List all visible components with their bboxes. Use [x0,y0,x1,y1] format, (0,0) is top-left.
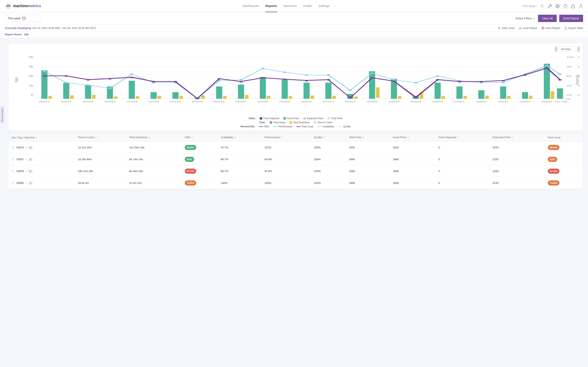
svg-rect-39 [151,92,157,99]
chart-icon [498,26,501,30]
cell-performance: 94.6% [261,153,311,165]
job-dropdown[interactable]: ▾ [25,158,26,160]
user-icon[interactable] [579,4,583,8]
save-report-action[interactable]: Save Report [541,26,560,30]
total-downtime-dot [289,121,292,124]
svg-text:00057: 00057 [61,101,72,102]
th-time-in-cycle[interactable]: Time In Cycleⓘ [75,133,126,142]
svg-text:00125: 00125 [170,101,181,102]
hide-chart-action[interactable]: Hide Chart [498,26,514,30]
table-row: 📄 00057 ▾ 3 1d 16h 44m 6h 14m 24s 82% 86… [8,153,583,165]
oee-badge: 82% [185,157,194,162]
job-id: 00059 [17,170,24,173]
nav-machines[interactable]: Machines [284,0,297,12]
toolbar-right: Active Filters Clear All Build Report [515,15,583,22]
svg-point-94 [283,71,286,73]
svg-text:00683: 00683 [541,101,552,102]
chart-prev-button[interactable]: ‹ [555,47,557,52]
build-report-button[interactable]: Build Report [559,15,583,22]
svg-rect-36 [85,85,91,99]
svg-rect-52 [435,83,441,99]
svg-rect-69 [267,96,270,99]
svg-text:3k: 3k [28,66,34,68]
svg-text:120: 120 [577,66,580,67]
report-name-label: Report Name: [5,33,22,36]
cell-quality: 100% [311,177,346,189]
th-expected-parts[interactable]: Expected Partsⓘ [490,133,545,142]
cell-job: 📄 00057 ▾ 3 [8,153,75,165]
cell-time-in-cycle: 2d 0h 4m [75,177,126,189]
th-parts-goal[interactable]: Parts Goal [545,133,583,142]
cell-quality: 100% [311,142,346,153]
job-id: 00057 [17,158,24,161]
nav-reports[interactable]: Reports [265,0,277,12]
cell-oee: 67.2% [182,165,218,177]
svg-rect-65 [179,96,183,99]
job-dropdown[interactable]: ▾ [25,170,26,172]
job-dropdown[interactable]: ▾ [25,146,26,149]
svg-rect-43 [238,84,244,99]
cell-total-parts: 3420 [346,142,390,153]
svg-point-83 [43,71,46,72]
nav-health[interactable]: Health [303,0,312,12]
th-oee[interactable]: OEEⓘ [182,133,218,142]
logo: machinemetrics [5,3,41,9]
cell-time-in-cycle: 19h 11m 28s [75,165,126,177]
nav-settings[interactable]: Settings [319,0,329,12]
oee-badge: 67.2% [185,169,196,174]
load-report-action[interactable]: Load Report [519,26,537,30]
svg-text:00296: 00296 [257,101,268,102]
active-filters[interactable]: Active Filters [515,17,536,20]
th-total-downtime[interactable]: Total Downtimeⓘ [126,133,182,142]
export-table-action[interactable]: Export Table [564,26,583,30]
sub-actions: Hide Chart Load Report Save Report Expor… [498,26,583,30]
report-name-value: Job [24,33,29,36]
sort-icon: ▼ [35,136,38,139]
svg-text:2k: 2k [28,75,34,77]
th-total-parts[interactable]: Total Partsⓘ [346,133,390,142]
cell-oee: 80.8% [182,142,218,153]
svg-point-93 [261,68,265,69]
help-icon[interactable] [563,4,568,8]
svg-rect-35 [63,83,69,99]
svg-text:00427: 00427 [345,101,356,102]
th-availability[interactable]: Availabilityⓘ [218,133,262,142]
lock-icon[interactable] [571,4,575,8]
date-picker[interactable]: This week [5,15,42,22]
quality-line [338,126,342,127]
th-performance[interactable]: Performanceⓘ [261,133,311,142]
chart-section: ‹ All Days › 4k 3k 2k 1k [8,43,583,131]
chart-next-button[interactable]: › [578,47,580,52]
all-days-select[interactable]: All Days [559,47,576,52]
svg-point-125 [414,97,418,99]
globe-icon[interactable] [555,4,560,8]
job-id: 00085 [17,182,24,184]
svg-text:160: 160 [577,56,580,58]
logo-text: machinemetrics [13,4,41,8]
th-parts-rejected[interactable]: Parts Rejectedⓘ [436,133,490,142]
parts-rejected-dot [260,117,262,120]
svg-rect-78 [463,96,467,99]
svg-text:00412: 00412 [323,101,334,102]
cell-time-in-cycle: 1d 16h 44m [75,153,126,165]
th-job[interactable]: Job / Day / Machine ▼ [8,133,75,142]
th-good-parts[interactable]: Good Partsⓘ [390,133,436,142]
availability-line [317,126,321,127]
svg-rect-53 [456,87,463,99]
th-quality[interactable]: Qualityⓘ [311,133,346,142]
nav-dashboards[interactable]: Dashboards [242,0,259,12]
cell-availability: 86.7% [218,153,262,165]
clear-all-button[interactable]: Clear All [538,15,557,22]
svg-text:1k: 1k [28,84,34,87]
notification-icon[interactable] [540,4,544,8]
save-icon [541,26,545,30]
oee-badge: 80.8% [185,145,196,150]
table-header: Job / Day / Machine ▼ Time In Cycleⓘ Tot… [8,133,583,142]
tools-icon[interactable] [547,4,552,8]
show-controls-button[interactable]: Show Controls [0,106,5,124]
cell-availability: 75.7% [218,142,262,153]
job-dropdown[interactable]: ▾ [25,182,26,184]
svg-rect-54 [478,90,485,99]
calendar-icon[interactable] [22,17,26,20]
svg-rect-71 [311,96,314,99]
